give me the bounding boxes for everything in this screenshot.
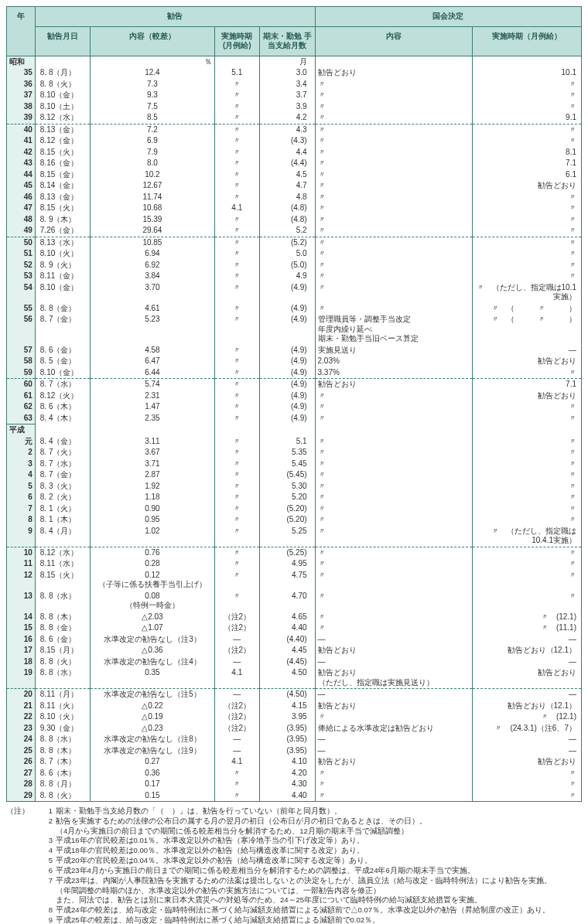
diet-content: 〃 (315, 503, 473, 515)
diet-impl: 〃 (473, 214, 582, 226)
rec-date: 8.10（土） (35, 101, 90, 113)
diet-content: 〃 (315, 436, 473, 448)
rec-months: 5.0 (260, 248, 315, 260)
rec-date: 8. 8（火） (35, 790, 90, 802)
rec-impl: 〃 (214, 481, 259, 493)
diet-content: 〃 (315, 101, 473, 113)
rec-months: (4.9) (260, 282, 315, 303)
rec-months: (4.8) (260, 214, 315, 226)
rec-months: (4.3) (260, 135, 315, 147)
rec-impl: 〃 (214, 401, 259, 413)
rec-gap: 0.12（子等に係る扶養手当引上げ） (91, 570, 214, 591)
rec-months: (4.9) (260, 401, 315, 413)
rec-gap: 0.36 (91, 768, 214, 779)
rec-date: 8. 6（金） (35, 345, 90, 356)
diet-content: — (315, 634, 473, 646)
rec-impl: 〃 (214, 459, 259, 470)
diet-content: 〃 (315, 481, 473, 493)
rec-date: 8.10（火） (35, 711, 90, 723)
rec-date: 8. 9（木） (35, 214, 90, 226)
rec-months: 4.65 (260, 612, 315, 623)
rec-gap: 1.02 (91, 526, 214, 547)
rec-months: 4.2 (260, 112, 315, 124)
year: 50 (7, 237, 36, 248)
rec-months: 4.95 (260, 558, 315, 570)
year: 29 (7, 790, 36, 802)
rec-months: 4.9 (260, 271, 315, 282)
rec-gap: 7.2 (91, 124, 214, 135)
rec-gap: 1.92 (91, 481, 214, 493)
col-year: 年 (7, 7, 36, 56)
rec-date: 8. 8（水） (35, 591, 90, 612)
col-rec-months: 期末・勤勉 手当支給月数 (260, 26, 315, 56)
rec-impl: 〃 (214, 356, 259, 367)
rec-date: 8.15（火） (35, 570, 90, 591)
col-group-diet: 国会決定 (315, 7, 581, 27)
year: 55 (7, 303, 36, 315)
year: 14 (7, 612, 36, 623)
rec-date: 8.12（火） (35, 390, 90, 402)
diet-impl: 〃 (473, 514, 582, 526)
rec-months: 5.20 (260, 492, 315, 503)
rec-impl: 〃 (214, 570, 259, 591)
footnote: 3平成16年の官民較差は0.01％。水準改定以外の勧告（寒冷地手当の引下げ改定等… (6, 836, 582, 846)
rec-months: (4.9) (260, 345, 315, 356)
diet-content: 〃 (315, 203, 473, 214)
diet-impl: — (473, 734, 582, 745)
rec-date: 8.15（火） (35, 203, 90, 214)
rec-months: (4.9) (260, 367, 315, 379)
rec-months: 4.45 (260, 645, 315, 656)
diet-impl: 〃 (473, 469, 582, 481)
rec-date: 8.15（火） (35, 147, 90, 159)
rec-months: (4.9) (260, 356, 315, 367)
diet-impl: — (473, 745, 582, 757)
rec-impl: 〃 (214, 135, 259, 147)
diet-content: — (315, 689, 473, 701)
year: 44 (7, 169, 36, 181)
rec-impl: — (214, 656, 259, 668)
year: 63 (7, 413, 36, 424)
rec-months: 4.70 (260, 591, 315, 612)
diet-content: — (315, 745, 473, 757)
diet-content: 〃 (315, 591, 473, 612)
rec-impl: 〃 (214, 158, 259, 169)
year: 45 (7, 180, 36, 192)
rec-impl: 〃 (214, 447, 259, 459)
rec-impl: 〃 (214, 779, 259, 790)
diet-impl: 〃 (473, 401, 582, 413)
rec-date: 8. 1（木） (35, 514, 90, 526)
rec-gap: 0.08（特例一時金） (91, 591, 214, 612)
rec-date: 8. 4（月） (35, 526, 90, 547)
cell (473, 424, 582, 436)
diet-impl: — (473, 689, 582, 701)
footnote: 8平成24年の較差は、給与改定・臨時特例法に基づく給与減額支給措置による減額前で… (6, 905, 582, 915)
diet-impl: 〃 (473, 547, 582, 558)
rec-months: 5.30 (260, 481, 315, 493)
rec-gap: 6.47 (91, 356, 214, 367)
rec-impl: 〃 (214, 367, 259, 379)
rec-gap: 2.87 (91, 469, 214, 481)
year: 6 (7, 492, 36, 503)
rec-date: 8. 8（金） (35, 303, 90, 315)
rec-gap: 10.2 (91, 169, 214, 181)
rec-gap: 0.17 (91, 779, 214, 790)
diet-impl: 〃 (473, 203, 582, 214)
rec-months: 4.3 (260, 124, 315, 135)
rec-date: 8. 4（木） (35, 413, 90, 424)
rec-gap: △2.03 (91, 612, 214, 623)
rec-date: 8.16（金） (35, 158, 90, 169)
diet-content: 〃 (315, 469, 473, 481)
rec-impl: 〃 (214, 282, 259, 303)
year: 28 (7, 779, 36, 790)
rec-date: 8. 7（火） (35, 447, 90, 459)
diet-impl: 〃 (473, 124, 582, 135)
diet-impl: 〃 (473, 459, 582, 470)
year: 59 (7, 367, 36, 379)
diet-content: 勧告どおり (315, 756, 473, 768)
rec-months: (4.9) (260, 390, 315, 402)
rec-months: 3.4 (260, 79, 315, 90)
diet-impl: 勧告どおり (473, 390, 582, 402)
diet-impl: 〃 (473, 79, 582, 90)
diet-impl: 〃 (473, 768, 582, 779)
rec-gap: △0.22 (91, 701, 214, 712)
